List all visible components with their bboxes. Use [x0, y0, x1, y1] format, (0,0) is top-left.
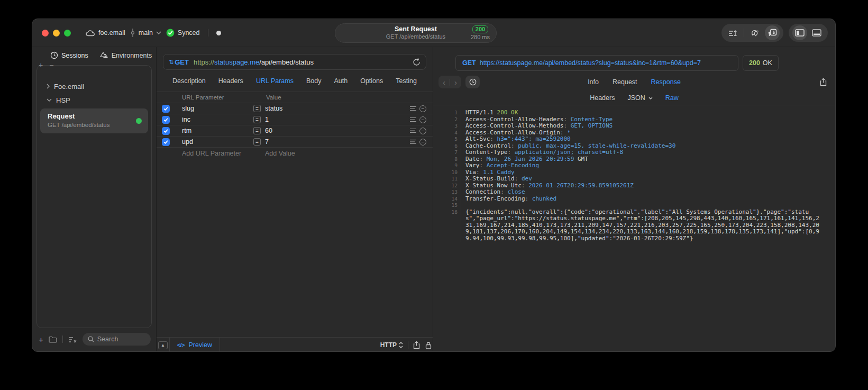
line-number: 6 — [440, 143, 458, 150]
project-cloud-item[interactable]: foe.email — [86, 29, 125, 37]
request-item-title: Request — [48, 112, 142, 121]
tab-headers[interactable]: Headers — [590, 94, 615, 102]
branch-name: main — [139, 29, 153, 37]
column-header-name: URL Parameter — [182, 94, 224, 101]
equals-operator-icon[interactable]: = — [253, 105, 261, 112]
reorder-handle-icon[interactable] — [410, 139, 416, 144]
tab-description[interactable]: Description — [172, 77, 206, 85]
line-text: Transfer-Encoding: chunked — [461, 196, 823, 203]
close-window-button[interactable] — [42, 30, 49, 37]
equals-operator-icon[interactable]: = — [253, 116, 261, 123]
tab-options[interactable]: Options — [360, 77, 383, 85]
send-to-window-icon — [768, 29, 777, 37]
send-to-window-button[interactable] — [765, 25, 780, 40]
param-enabled-checkbox[interactable] — [162, 116, 170, 124]
param-name-input[interactable]: rtm — [182, 127, 191, 134]
request-summary-pill[interactable]: Sent Request GET /api/embed/status 200 2… — [335, 23, 497, 43]
reorder-handle-icon[interactable] — [410, 106, 416, 111]
chevron-down-icon — [648, 97, 653, 99]
share-icon — [820, 78, 827, 86]
titlebar: foe.email main Synced Sent Request GET /… — [32, 19, 835, 47]
code-icon: </> — [177, 342, 185, 348]
unsaved-indicator-dot — [216, 31, 221, 35]
sync-status[interactable]: Synced — [166, 29, 200, 37]
editor-footer: ▲ </> Preview HTTP — [157, 337, 433, 352]
remove-param-icon[interactable]: − — [419, 139, 426, 146]
tab-info[interactable]: Info — [588, 78, 599, 86]
collapse-panel-button[interactable]: ▲ — [157, 338, 170, 352]
share-request-button[interactable] — [413, 341, 420, 349]
tab-testing[interactable]: Testing — [396, 77, 417, 85]
line-number: 11 — [440, 176, 458, 183]
tab-body[interactable]: Body — [306, 77, 322, 85]
minimize-window-button[interactable] — [53, 30, 60, 37]
response-status-text: OK — [763, 59, 772, 67]
add-param-value-field[interactable]: Add Value — [265, 150, 295, 157]
param-value-input[interactable]: 1 — [265, 116, 269, 123]
request-status-dot — [136, 118, 142, 124]
param-value-input[interactable]: 60 — [265, 127, 272, 134]
add-session-button[interactable]: + — [39, 61, 43, 70]
sent-url: https://statuspage.me/api/embed/status?s… — [480, 59, 701, 67]
updown-chevrons-icon — [399, 342, 403, 348]
tree-item-foe-email[interactable]: Foe.email — [37, 79, 151, 93]
toggle-bottom-panel-button[interactable] — [809, 25, 824, 40]
sent-request-title: Sent Request — [395, 25, 437, 34]
preview-button[interactable]: </> Preview — [170, 338, 220, 352]
remove-param-icon[interactable]: − — [419, 128, 426, 134]
toggle-sidebar-button[interactable] — [792, 25, 807, 40]
request-url-bar[interactable]: ⇅ GET https://statuspage.me/api/embed/st… — [163, 54, 426, 70]
tree-item-hsp[interactable]: HSP — [37, 93, 151, 107]
param-name-input[interactable]: slug — [182, 105, 194, 112]
remove-param-icon[interactable]: − — [419, 116, 426, 123]
line-number: 7 — [440, 149, 458, 156]
tab-response[interactable]: Response — [651, 78, 681, 86]
param-enabled-checkbox[interactable] — [162, 138, 170, 146]
param-enabled-checkbox[interactable] — [162, 105, 170, 113]
request-list-item-selected[interactable]: Request GET /api/embed/status — [40, 108, 148, 133]
request-method[interactable]: GET — [175, 58, 189, 66]
share-response-button[interactable] — [820, 78, 827, 86]
add-param-name-field[interactable]: Add URL Parameter — [182, 150, 241, 157]
tab-json[interactable]: JSON — [627, 94, 652, 102]
branch-selector[interactable]: main — [130, 29, 161, 37]
sent-request-url[interactable]: GET https://statuspage.me/api/embed/stat… — [455, 55, 738, 71]
tab-raw[interactable]: Raw — [665, 94, 679, 102]
tab-sessions[interactable]: Sessions — [50, 51, 88, 59]
add-request-button[interactable]: + — [39, 335, 43, 344]
reorder-handle-icon[interactable] — [410, 117, 416, 122]
request-item-subtitle: GET /api/embed/status — [48, 121, 142, 129]
reload-icon[interactable] — [413, 58, 421, 66]
tab-headers[interactable]: Headers — [218, 77, 243, 85]
remove-session-button[interactable]: − — [49, 61, 53, 70]
panel-bottom-icon — [812, 29, 821, 37]
param-enabled-checkbox[interactable] — [162, 127, 170, 135]
tab-request[interactable]: Request — [613, 78, 637, 86]
equals-operator-icon[interactable]: = — [253, 127, 261, 134]
tab-url-params[interactable]: URL Params — [256, 77, 294, 85]
preview-label: Preview — [188, 341, 212, 349]
remove-param-icon[interactable]: − — [419, 105, 426, 112]
tab-auth[interactable]: Auth — [334, 77, 348, 85]
sync-loop-button[interactable] — [748, 25, 763, 40]
filter-list-button[interactable] — [68, 336, 77, 343]
param-value-input[interactable]: status — [265, 105, 282, 112]
lock-button[interactable] — [425, 341, 432, 349]
sidebar-search-input[interactable]: Search — [83, 333, 151, 346]
tab-environments[interactable]: Environments — [100, 51, 152, 59]
code-line: 14Transfer-Encoding: chunked — [440, 196, 823, 203]
param-name-input[interactable]: upd — [182, 138, 193, 146]
protocol-selector[interactable]: HTTP — [380, 341, 403, 349]
export-session-button[interactable] — [725, 25, 740, 40]
method-selector-icon[interactable]: ⇅ — [169, 59, 173, 66]
line-text: {"incidents":null,"overall":{"code":"ope… — [461, 209, 823, 242]
zoom-window-button[interactable] — [64, 30, 71, 37]
reorder-handle-icon[interactable] — [410, 128, 416, 133]
equals-operator-icon[interactable]: = — [253, 138, 261, 146]
status-code-badge: 200 — [472, 25, 488, 33]
param-name-input[interactable]: inc — [182, 116, 190, 123]
param-value-input[interactable]: 7 — [265, 138, 269, 146]
line-number: 1 — [440, 110, 458, 116]
new-folder-button[interactable] — [49, 336, 57, 343]
response-body[interactable]: 1HTTP/1.1 200 OK2Access-Control-Allow-He… — [433, 105, 835, 352]
